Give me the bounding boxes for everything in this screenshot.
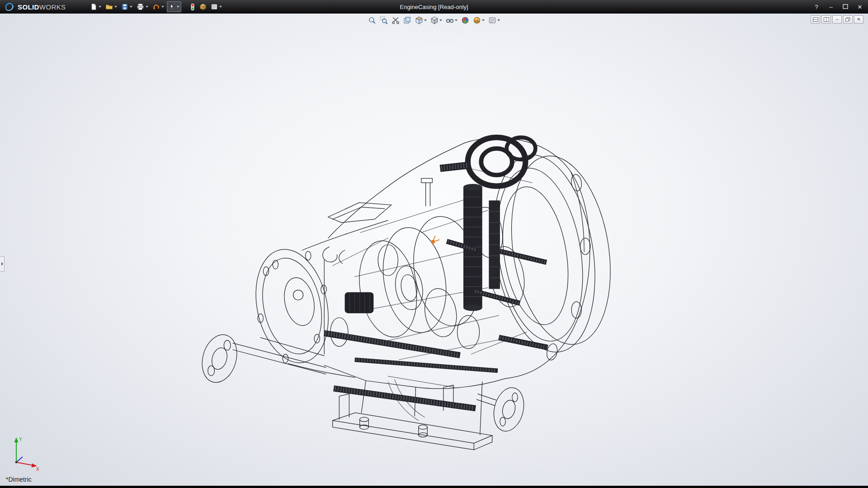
tile-horizontal-button[interactable] (811, 15, 820, 23)
select-cursor-icon (169, 3, 175, 10)
doc-minimize-button[interactable]: – (832, 15, 842, 23)
engine-casing-wireframe-model (0, 14, 868, 486)
dropdown-caret[interactable] (497, 19, 500, 21)
tile-horizontal-icon (813, 17, 818, 22)
options-button[interactable] (209, 1, 223, 12)
apply-scene-button[interactable] (472, 15, 486, 26)
bottom-edge-strip (0, 486, 868, 488)
brand-text: SOLIDWORKS (18, 3, 66, 11)
save-icon (121, 3, 128, 10)
apply-scene-icon (473, 16, 481, 24)
dropdown-caret[interactable] (455, 19, 458, 21)
dropdown-caret[interactable] (146, 6, 148, 8)
zoom-to-fit-button[interactable] (367, 15, 377, 26)
doc-restore-icon (845, 17, 850, 22)
triad-y-label: Y (19, 437, 22, 442)
help-button[interactable]: ? (813, 4, 820, 10)
triad-x-label: X (36, 467, 39, 472)
tile-vertical-button[interactable] (821, 15, 831, 23)
origin-marker (431, 236, 439, 244)
view-settings-icon (488, 16, 496, 24)
dropdown-caret[interactable] (114, 6, 117, 8)
heads-up-view-toolbar (367, 15, 501, 26)
display-style-button[interactable] (429, 15, 443, 26)
dropdown-caret[interactable] (424, 19, 427, 21)
new-document-button[interactable] (89, 1, 103, 12)
previous-view-button[interactable] (402, 15, 413, 26)
print-icon (137, 3, 144, 10)
app-brand: SOLIDWORKS (0, 2, 73, 12)
window-title: EngineCasing [Read-only] (400, 4, 468, 10)
doc-restore-button[interactable] (843, 15, 853, 23)
doc-close-button[interactable]: ✕ (854, 15, 863, 23)
document-window-controls: – ✕ (811, 15, 863, 23)
open-folder-icon (105, 3, 113, 10)
expand-panel-arrow-icon (1, 262, 3, 266)
new-document-icon (90, 3, 97, 10)
brand-light: WORKS (39, 3, 66, 11)
edit-appearance-button[interactable] (460, 15, 471, 26)
rebuild-indicator-icon (190, 3, 195, 11)
main-toolbar (89, 0, 223, 14)
app-window-controls: ? – ✕ (813, 0, 863, 14)
viewport-3d[interactable]: – ✕ Y X *Dimetric (0, 14, 868, 486)
app-close-button[interactable]: ✕ (856, 4, 863, 10)
feature-panel-collapsed-tab[interactable] (0, 256, 5, 272)
view-orientation-button[interactable] (414, 15, 428, 26)
display-style-icon (430, 16, 439, 24)
edit-component-button[interactable] (198, 1, 208, 12)
section-view-icon (392, 16, 400, 24)
zoom-to-area-icon (380, 16, 388, 24)
hide-show-items-icon (446, 16, 454, 24)
view-orientation-icon (415, 16, 423, 24)
solidworks-logo-icon (5, 2, 14, 12)
select-button[interactable] (167, 1, 181, 12)
open-document-button[interactable] (104, 1, 118, 12)
orientation-triad: Y X (10, 435, 42, 472)
rebuild-indicator-button[interactable] (189, 1, 197, 12)
tile-vertical-icon (824, 17, 829, 22)
edit-component-icon (199, 3, 207, 10)
dropdown-caret[interactable] (482, 19, 485, 21)
undo-button[interactable] (151, 1, 165, 12)
zoom-to-area-button[interactable] (378, 15, 389, 26)
dropdown-caret[interactable] (130, 6, 132, 8)
brand-bold: SOLID (18, 3, 39, 11)
dropdown-caret[interactable] (439, 19, 442, 21)
dropdown-caret[interactable] (177, 6, 179, 8)
previous-view-icon (403, 16, 411, 24)
hide-show-items-button[interactable] (444, 15, 459, 26)
zoom-to-fit-icon (368, 16, 376, 24)
view-settings-button[interactable] (487, 15, 501, 26)
dropdown-caret[interactable] (219, 6, 222, 8)
save-button[interactable] (120, 1, 134, 12)
section-view-button[interactable] (390, 15, 401, 26)
undo-icon (152, 3, 160, 10)
dropdown-caret[interactable] (99, 6, 101, 8)
dropdown-caret[interactable] (161, 6, 164, 8)
app-maximize-button[interactable] (842, 4, 849, 10)
print-button[interactable] (135, 1, 150, 12)
view-orientation-label: *Dimetric (6, 476, 32, 483)
title-bar: SOLIDWORKS (0, 0, 868, 14)
edit-appearance-icon (461, 16, 469, 24)
maximize-icon (843, 4, 848, 9)
options-icon (211, 3, 218, 10)
app-minimize-button[interactable]: – (827, 4, 835, 10)
